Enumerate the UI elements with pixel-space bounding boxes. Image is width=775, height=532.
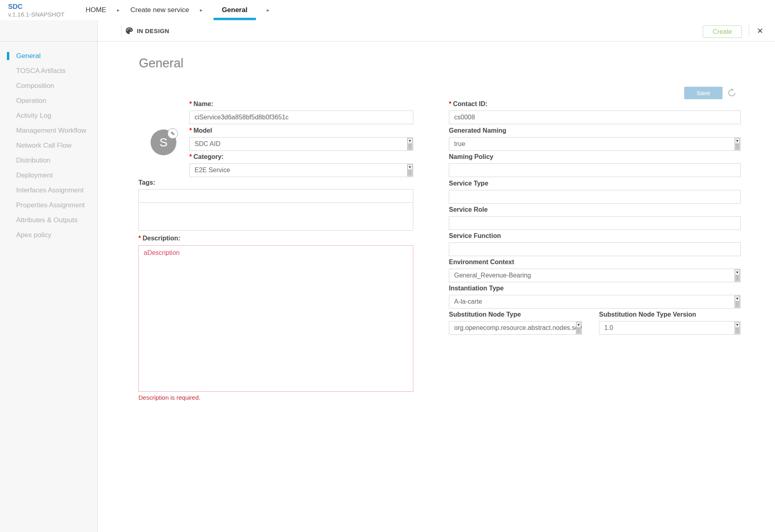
chevron-down-icon[interactable]: ▼	[735, 296, 740, 308]
required-marker: *	[138, 235, 141, 242]
chevron-down-icon[interactable]: ▼	[735, 322, 740, 334]
avatar[interactable]: S ✎	[151, 129, 176, 155]
environment-context-label: Environment Context	[449, 259, 741, 266]
breadcrumb-home[interactable]: HOME	[86, 6, 106, 14]
sidebar-item-label: Apex policy	[16, 231, 51, 239]
palette-icon	[125, 27, 133, 35]
category-select[interactable]: E2E Service ▼	[189, 163, 413, 177]
tab-general[interactable]: General	[222, 6, 247, 14]
category-select-value: E2E Service	[195, 167, 230, 173]
edit-icon[interactable]: ✎	[168, 128, 178, 139]
sidebar-menu: General TOSCA Artifacts Composition Oper…	[0, 48, 97, 242]
description-error-message: Description is required.	[138, 394, 200, 401]
divider	[749, 25, 749, 36]
sidebar-item-label: Deployment	[16, 171, 53, 179]
sidebar-item-properties-assignment[interactable]: Properties Assignment	[0, 198, 97, 213]
model-select[interactable]: SDC AID ▼	[189, 137, 413, 151]
status-bar-divider	[0, 41, 775, 42]
avatar-letter: S	[159, 136, 168, 149]
generated-naming-select[interactable]: true ▼	[449, 137, 741, 151]
required-marker: *	[189, 153, 192, 160]
sidebar: General TOSCA Artifacts Composition Oper…	[0, 20, 98, 532]
refresh-icon[interactable]	[727, 88, 736, 97]
close-icon[interactable]: ✕	[755, 25, 765, 36]
sidebar-item-label: Distribution	[16, 156, 50, 164]
general-form-panel: General Save S ✎ *Name: *Model SDC AID ▼…	[98, 42, 775, 532]
page-title: General	[139, 56, 183, 71]
required-marker: *	[189, 100, 192, 107]
instantiation-type-label: Instantiation Type	[449, 285, 741, 292]
breadcrumb-create-new-service[interactable]: Create new service	[130, 6, 189, 14]
chevron-right-icon: ▸	[117, 7, 119, 13]
sidebar-item-label: General	[16, 52, 40, 60]
sidebar-item-label: Attributes & Outputs	[16, 216, 78, 224]
sidebar-item-label: TOSCA Artifacts	[16, 67, 66, 75]
sidebar-item-composition[interactable]: Composition	[0, 78, 97, 93]
description-textarea[interactable]: aDescription	[138, 245, 413, 392]
service-role-input[interactable]	[449, 216, 741, 230]
save-button[interactable]: Save	[684, 87, 723, 99]
sidebar-item-management-workflow[interactable]: Management Workflow	[0, 123, 97, 138]
sidebar-item-label: Properties Assignment	[16, 201, 85, 209]
required-marker: *	[449, 100, 451, 107]
app-logo: SDC v.1.16.1-SNAPSHOT	[8, 2, 65, 19]
substitution-node-type-label: Substitution Node Type	[449, 311, 582, 318]
contact-id-label: *Contact ID:	[449, 100, 741, 108]
model-select-value: SDC AID	[195, 140, 220, 147]
naming-policy-label: Naming Policy	[449, 153, 741, 161]
breadcrumb: HOME ▸ Create new service ▸ General ▸	[86, 0, 280, 20]
sidebar-item-label: Activity Log	[16, 112, 51, 119]
name-input[interactable]	[189, 111, 413, 124]
sidebar-item-general[interactable]: General	[0, 48, 97, 63]
app-name: SDC	[8, 2, 65, 11]
sidebar-item-network-call-flow[interactable]: Network Call Flow	[0, 138, 97, 153]
service-role-label: Service Role	[449, 206, 741, 213]
environment-context-select[interactable]: General_Revenue-Bearing ▼	[449, 269, 741, 282]
service-function-input[interactable]	[449, 242, 741, 256]
sidebar-item-apex-policy[interactable]: Apex policy	[0, 227, 97, 242]
sidebar-item-label: Management Workflow	[16, 127, 86, 134]
substitution-node-type-version-select-value: 1.0	[604, 324, 613, 331]
sidebar-item-deployment[interactable]: Deployment	[0, 168, 97, 183]
sidebar-item-activity-log[interactable]: Activity Log	[0, 108, 97, 123]
category-label: *Category:	[189, 153, 413, 161]
chevron-down-icon[interactable]: ▼	[735, 269, 740, 282]
sidebar-item-attributes-outputs[interactable]: Attributes & Outputs	[0, 213, 97, 227]
top-header: SDC v.1.16.1-SNAPSHOT HOME ▸ Create new …	[0, 0, 775, 20]
chevron-down-icon[interactable]: ▼	[576, 322, 581, 334]
substitution-node-type-version-select[interactable]: 1.0 ▼	[599, 321, 741, 335]
sidebar-item-label: Operation	[16, 97, 46, 104]
tags-list-area	[138, 203, 413, 231]
tags-input[interactable]	[138, 189, 413, 203]
contact-id-input[interactable]	[449, 111, 741, 124]
naming-policy-input[interactable]	[449, 163, 741, 177]
model-label: *Model	[189, 127, 413, 134]
app-version: v.1.16.1-SNAPSHOT	[8, 11, 65, 19]
active-item-bar	[7, 52, 9, 60]
generated-naming-label: Generated Naming	[449, 127, 741, 134]
sidebar-item-operation[interactable]: Operation	[0, 93, 97, 108]
sidebar-item-distribution[interactable]: Distribution	[0, 153, 97, 168]
substitution-node-type-select[interactable]: org.openecomp.resource.abstract.nodes.se…	[449, 321, 582, 335]
chevron-down-icon[interactable]: ▼	[407, 138, 413, 150]
chevron-down-icon[interactable]: ▼	[407, 164, 413, 176]
instantiation-type-select-value: A-la-carte	[454, 298, 482, 305]
chevron-down-icon[interactable]: ▼	[735, 138, 740, 150]
sidebar-item-label: Composition	[16, 82, 54, 90]
name-label: *Name:	[189, 100, 413, 108]
create-button[interactable]: Create	[703, 25, 742, 38]
sidebar-item-tosca-artifacts[interactable]: TOSCA Artifacts	[0, 63, 97, 78]
substitution-node-type-version-label: Substitution Node Type Version	[599, 311, 741, 318]
required-marker: *	[189, 127, 192, 134]
generated-naming-select-value: true	[454, 140, 465, 147]
chevron-right-icon: ▸	[200, 7, 203, 13]
instantiation-type-select[interactable]: A-la-carte ▼	[449, 295, 741, 309]
chevron-right-icon: ▸	[267, 7, 269, 13]
service-type-input[interactable]	[449, 190, 741, 204]
sidebar-item-label: Network Call Flow	[16, 142, 71, 149]
environment-context-select-value: General_Revenue-Bearing	[454, 272, 531, 279]
service-function-label: Service Function	[449, 232, 741, 240]
sidebar-item-interfaces-assignment[interactable]: Interfaces Assignment	[0, 183, 97, 198]
breadcrumb-general-active[interactable]: General	[214, 0, 256, 20]
status-bar: IN DESIGN Create ✕	[98, 20, 775, 41]
